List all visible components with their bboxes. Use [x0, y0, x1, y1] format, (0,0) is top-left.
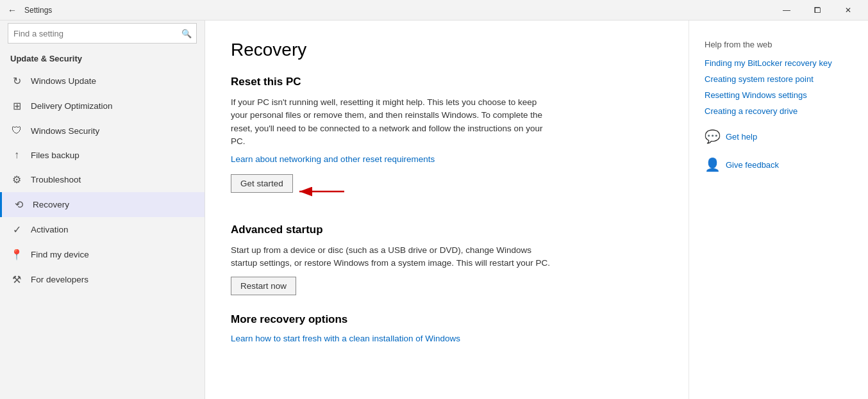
sidebar: 🔍 Update & Security ↻ Windows Update ⊞ D… — [0, 20, 205, 399]
search-container: 🔍 — [8, 23, 197, 44]
minimize-button[interactable]: — — [772, 0, 801, 20]
sidebar-item-label: Find my device — [31, 250, 89, 259]
help-link-bitlocker[interactable]: Finding my BitLocker recovery key — [705, 58, 853, 68]
title-bar: ← Settings — ⧠ ✕ — [0, 0, 868, 20]
sidebar-item-label: Files backup — [31, 151, 79, 160]
search-icon: 🔍 — [181, 29, 192, 38]
search-input[interactable] — [8, 23, 197, 44]
sidebar-item-label: Windows Update — [31, 76, 96, 86]
window-controls: — ⧠ ✕ — [772, 0, 863, 20]
reset-pc-link[interactable]: Learn about networking and other reset r… — [231, 154, 663, 164]
sidebar-item-label: Troubleshoot — [31, 175, 81, 184]
get-help-icon: 💬 — [705, 129, 721, 144]
more-recovery-title: More recovery options — [231, 313, 663, 326]
advanced-startup-description: Start up from a device or disc (such as … — [231, 244, 551, 270]
sidebar-item-windows-security[interactable]: 🛡 Windows Security — [0, 118, 204, 143]
page-title: Recovery — [231, 40, 663, 60]
windows-update-icon: ↻ — [10, 75, 23, 87]
sidebar-item-label: Activation — [31, 225, 69, 234]
sidebar-item-label: Recovery — [33, 200, 69, 209]
windows-security-icon: 🛡 — [10, 125, 23, 136]
more-recovery-link[interactable]: Learn how to start fresh with a clean in… — [231, 334, 663, 343]
restart-now-button[interactable]: Restart now — [231, 277, 296, 295]
files-backup-icon: ↑ — [10, 149, 23, 161]
sidebar-item-activation[interactable]: ✓ Activation — [0, 217, 204, 242]
activation-icon: ✓ — [10, 224, 23, 236]
get-help-action[interactable]: 💬 Get help — [705, 129, 853, 144]
close-button[interactable]: ✕ — [833, 0, 863, 20]
sidebar-item-for-developers[interactable]: ⚒ For developers — [0, 267, 204, 292]
give-feedback-icon: 👤 — [705, 157, 721, 172]
sidebar-item-find-my-device[interactable]: 📍 Find my device — [0, 242, 204, 267]
get-started-button[interactable]: Get started — [231, 174, 293, 193]
right-panel: Help from the web Finding my BitLocker r… — [689, 20, 868, 399]
sidebar-item-label: Delivery Optimization — [31, 101, 113, 111]
help-title: Help from the web — [705, 40, 853, 49]
app-title: Settings — [24, 6, 52, 15]
delivery-optimization-icon: ⊞ — [10, 100, 23, 112]
sidebar-item-files-backup[interactable]: ↑ Files backup — [0, 143, 204, 167]
find-my-device-icon: 📍 — [10, 248, 23, 261]
reset-pc-title: Reset this PC — [231, 76, 663, 88]
sidebar-item-label: For developers — [31, 275, 88, 284]
annotation-arrow — [293, 179, 357, 204]
for-developers-icon: ⚒ — [10, 273, 23, 286]
sidebar-section-title: Update & Security — [0, 51, 204, 69]
give-feedback-label[interactable]: Give feedback — [726, 160, 779, 170]
sidebar-item-delivery-optimization[interactable]: ⊞ Delivery Optimization — [0, 94, 204, 118]
recovery-icon: ⟲ — [12, 199, 25, 211]
app-body: 🔍 Update & Security ↻ Windows Update ⊞ D… — [0, 20, 868, 399]
sidebar-item-troubleshoot[interactable]: ⚙ Troubleshoot — [0, 167, 204, 192]
sidebar-item-label: Windows Security — [31, 126, 99, 136]
help-link-recovery-drive[interactable]: Creating a recovery drive — [705, 106, 853, 116]
troubleshoot-icon: ⚙ — [10, 174, 23, 186]
help-link-restore-point[interactable]: Creating system restore point — [705, 74, 853, 84]
back-icon[interactable]: ← — [8, 5, 17, 15]
title-bar-left: ← Settings — [8, 5, 52, 15]
maximize-button[interactable]: ⧠ — [803, 0, 832, 20]
sidebar-item-recovery[interactable]: ⟲ Recovery — [0, 192, 204, 217]
reset-pc-description: If your PC isn't running well, resetting… — [231, 96, 551, 148]
advanced-startup-title: Advanced startup — [231, 224, 663, 236]
help-link-reset-windows[interactable]: Resetting Windows settings — [705, 90, 853, 100]
sidebar-item-windows-update[interactable]: ↻ Windows Update — [0, 69, 204, 94]
main-content: Recovery Reset this PC If your PC isn't … — [205, 20, 689, 399]
get-help-label[interactable]: Get help — [726, 132, 757, 142]
give-feedback-action[interactable]: 👤 Give feedback — [705, 157, 853, 172]
